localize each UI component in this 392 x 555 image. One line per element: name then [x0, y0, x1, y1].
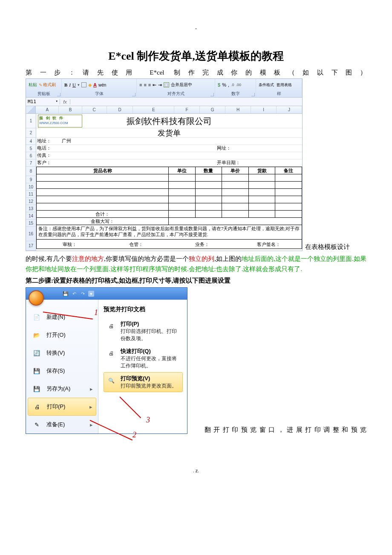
fx-icon[interactable]: fx	[60, 99, 70, 104]
paste-button[interactable]: 粘贴	[29, 82, 37, 88]
date-label: 开单日期：	[217, 159, 302, 166]
comma-icon[interactable]: ,	[228, 82, 229, 87]
sig-customer: 客户签名：	[236, 240, 302, 249]
submenu-quickprint[interactable]: 🖨 快速打印(Q)不进行任何更改，直接将工作簿印机。	[104, 345, 183, 372]
table-row	[37, 203, 302, 211]
save-icon[interactable]: 💾	[63, 291, 69, 297]
row-4[interactable]: 4	[26, 138, 36, 145]
dialog-launcher-icon[interactable]	[132, 93, 135, 96]
name-box[interactable]: M11▾	[26, 99, 60, 104]
merge-icon[interactable]: ⬚	[164, 82, 169, 87]
select-all-corner[interactable]	[26, 106, 36, 113]
row-10[interactable]: 10	[26, 183, 36, 191]
align-left-icon[interactable]: ≡	[139, 82, 142, 87]
row-headers: 1 2 4 5 6 7 8 9 10 11 12 13 14 15 16 17	[26, 114, 36, 251]
note-block: 备注：感谢您使用本厂产品，为了保障双方利益，货到签收后如有质量或数量问题，请在7…	[36, 225, 302, 240]
col-C[interactable]: C	[82, 106, 107, 113]
row-15[interactable]: 15	[26, 220, 36, 227]
row-1[interactable]: 1	[26, 114, 36, 128]
indent-inc-icon[interactable]: ⇥	[158, 82, 162, 88]
col-J[interactable]: J	[277, 106, 302, 113]
col-G[interactable]: G	[200, 106, 225, 113]
dialog-launcher-icon[interactable]	[57, 93, 61, 96]
dialog-launcher-icon[interactable]	[210, 93, 214, 96]
printer-icon: 🖨	[105, 320, 117, 332]
col-A[interactable]: A	[36, 106, 59, 113]
quickprint-icon: 🖨	[105, 347, 117, 359]
underline-button[interactable]: U	[72, 82, 76, 87]
align-right-icon[interactable]: ≡	[148, 82, 151, 87]
font-color-icon[interactable]: A	[93, 82, 97, 87]
addr-label: 地址：	[36, 138, 62, 145]
worksheet-cells[interactable]: 振 剑 软 件 WWW.ZJ500.COM 振剑软件科技有限公司 发货单 地址：…	[36, 114, 302, 251]
table-row	[37, 196, 302, 203]
col-E[interactable]: E	[133, 106, 174, 113]
total-label: 合计：	[37, 211, 169, 218]
row-16[interactable]: 16	[26, 227, 36, 241]
row-9[interactable]: 9	[26, 176, 36, 183]
row-12[interactable]: 12	[26, 198, 36, 205]
menu-open[interactable]: 📂打开(O)	[26, 326, 98, 344]
col-H[interactable]: H	[225, 106, 251, 113]
group-style-label: 样	[259, 91, 299, 97]
th-amt: 货款	[248, 167, 275, 174]
row-6[interactable]: 6	[26, 152, 36, 159]
step1-text: 第一步：请先使用 E*cel 制作完成你的模板（如以下图）	[26, 69, 366, 77]
after-fig-text: 在表格模板设计	[305, 243, 350, 251]
row-2[interactable]: 2	[26, 128, 36, 138]
menu-convert[interactable]: 🔄转换(V)	[26, 344, 98, 362]
dropdown-icon[interactable]: ▾	[78, 83, 80, 87]
col-B[interactable]: B	[59, 106, 82, 113]
row-5[interactable]: 5	[26, 145, 36, 152]
table-row	[37, 189, 302, 196]
col-D[interactable]: D	[107, 106, 133, 113]
right-panel-heading: 预览并打印文档	[104, 306, 183, 313]
saveas-icon: 💾	[31, 383, 42, 394]
save-icon: 💾	[31, 365, 42, 376]
row-17[interactable]: 17	[26, 241, 36, 251]
excel-screenshot: 粘贴 ✎格式刷 剪贴板 B I U ▾ ◆ A wén	[26, 78, 303, 251]
indent-dec-icon[interactable]: ⇤	[153, 82, 156, 88]
italic-button[interactable]: I	[69, 82, 71, 87]
col-I[interactable]: I	[251, 106, 277, 113]
align-center-icon[interactable]: ≡	[144, 82, 146, 87]
submenu-arrow-icon: ▸	[90, 422, 93, 428]
merge-button[interactable]: 合并后居中	[171, 82, 192, 88]
border-icon[interactable]	[81, 82, 86, 87]
menu-save[interactable]: 💾保存(S)	[26, 362, 98, 380]
ruby-icon[interactable]: wén	[98, 83, 106, 87]
col-F[interactable]: F	[174, 106, 200, 113]
undo-icon[interactable]: ↶	[71, 291, 77, 297]
format-painter[interactable]: ✎格式刷	[39, 82, 56, 88]
menu-saveas[interactable]: 💾另存为(A)▸	[26, 380, 98, 398]
submenu-preview[interactable]: 🔍 打印预览(V)打印前预览并更改页面。	[104, 372, 183, 392]
row-8[interactable]: 8	[26, 167, 36, 176]
dropdown-icon[interactable]: ▾	[56, 99, 58, 104]
menu-print[interactable]: 🖨打印(P)▸	[28, 398, 96, 416]
bold-button[interactable]: B	[64, 82, 67, 87]
menu-prepare[interactable]: ✎准备(E)▸	[26, 416, 98, 434]
formula-bar: M11▾ fx	[26, 98, 302, 106]
sig-audit: 审核：	[37, 240, 103, 249]
table-format-button[interactable]: 套用表格	[277, 82, 292, 88]
office-titlebar: 💾 ↶ ↷ ▾	[26, 288, 187, 300]
menu-new[interactable]: 📄新建(N)	[26, 308, 98, 326]
office-button-icon[interactable]	[29, 290, 44, 306]
dec-inc-icon[interactable]: .00	[236, 83, 241, 87]
row-14[interactable]: 14	[26, 212, 36, 220]
step2-heading: 第二步骤:设置好表格的打印格式,如边框,打印尺寸等,请按以下图进展设置	[26, 277, 366, 285]
fill-color-icon[interactable]: ◆	[88, 82, 92, 88]
submenu-arrow-icon: ▸	[90, 386, 93, 392]
row-11[interactable]: 11	[26, 191, 36, 198]
percent-icon[interactable]: %	[222, 82, 226, 87]
submenu-print[interactable]: 🖨 打印(P)打印前选择打印机、打印份数及项。	[104, 318, 183, 345]
dialog-launcher-icon[interactable]	[251, 93, 255, 96]
currency-icon[interactable]: $	[218, 82, 220, 87]
row-13[interactable]: 13	[26, 205, 36, 212]
fax-label: 传真：	[36, 152, 62, 159]
qat-dropdown-icon[interactable]: ▾	[88, 291, 94, 297]
cond-format-button[interactable]: 条件格式	[259, 82, 274, 88]
inc-dec-icon[interactable]: .0	[231, 83, 234, 87]
redo-icon[interactable]: ↷	[80, 291, 86, 297]
row-7[interactable]: 7	[26, 159, 36, 167]
